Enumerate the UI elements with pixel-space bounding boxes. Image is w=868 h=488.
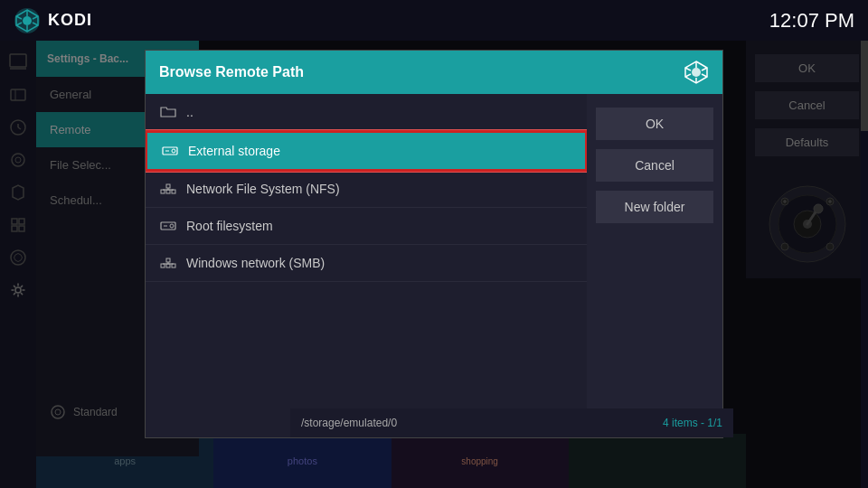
svg-rect-52 [166, 190, 170, 193]
path-bar: /storage/emulated/0 4 items - 1/1 [290, 408, 587, 437]
svg-point-41 [692, 68, 701, 77]
network-icon-nfs [159, 180, 177, 198]
dialog-header: Browse Remote Path [146, 51, 722, 94]
file-item-root-label: Root filesystem [186, 219, 273, 233]
right-scroll-indicator [861, 0, 868, 488]
svg-point-59 [170, 224, 174, 228]
kodi-logo: KODI [14, 7, 92, 34]
scroll-thumb-right [861, 41, 868, 131]
svg-rect-62 [166, 264, 170, 267]
file-item-smb-label: Windows network (SMB) [186, 256, 325, 270]
dialog-kodi-icon [684, 60, 709, 85]
svg-line-47 [685, 68, 691, 70]
file-item-parent-label: .. [186, 105, 193, 119]
svg-point-2 [23, 16, 32, 25]
file-item-parent[interactable]: .. [146, 94, 587, 131]
svg-rect-64 [166, 258, 170, 262]
browse-dialog: Browse Remote Path .. [145, 50, 723, 438]
dialog-new-folder-button[interactable]: New folder [596, 191, 713, 223]
dialog-body: .. External storage [146, 94, 722, 437]
svg-line-46 [685, 74, 691, 77]
file-item-external-storage[interactable]: External storage [146, 131, 587, 171]
drive-icon-external [161, 142, 179, 160]
dialog-cancel-button[interactable]: Cancel [596, 149, 713, 182]
svg-rect-61 [161, 264, 165, 267]
svg-rect-63 [172, 264, 175, 267]
dialog-right-panel: OK Cancel New folder [587, 94, 722, 437]
file-item-external-label: External storage [188, 144, 280, 158]
svg-rect-51 [161, 190, 165, 193]
svg-line-43 [702, 68, 707, 70]
path-text: /storage/emulated/0 [301, 417, 397, 429]
drive-icon-root [159, 217, 177, 235]
file-item-root[interactable]: Root filesystem [146, 208, 587, 245]
dialog-ok-button[interactable]: OK [596, 108, 713, 140]
file-item-nfs-label: Network File System (NFS) [186, 182, 340, 196]
top-bar: KODI 12:07 PM [0, 0, 868, 41]
file-item-smb[interactable]: Windows network (SMB) [146, 245, 587, 282]
svg-line-44 [702, 74, 707, 77]
file-list: .. External storage [146, 94, 587, 437]
svg-rect-53 [172, 190, 175, 193]
svg-point-49 [172, 149, 175, 153]
file-item-nfs[interactable]: Network File System (NFS) [146, 171, 587, 208]
dialog-title: Browse Remote Path [159, 64, 304, 80]
svg-rect-54 [166, 184, 170, 188]
folder-icon [159, 103, 177, 121]
kodi-icon [14, 7, 41, 34]
network-icon-smb [159, 254, 177, 272]
clock: 12:07 PM [769, 9, 854, 33]
kodi-title: KODI [48, 11, 92, 30]
